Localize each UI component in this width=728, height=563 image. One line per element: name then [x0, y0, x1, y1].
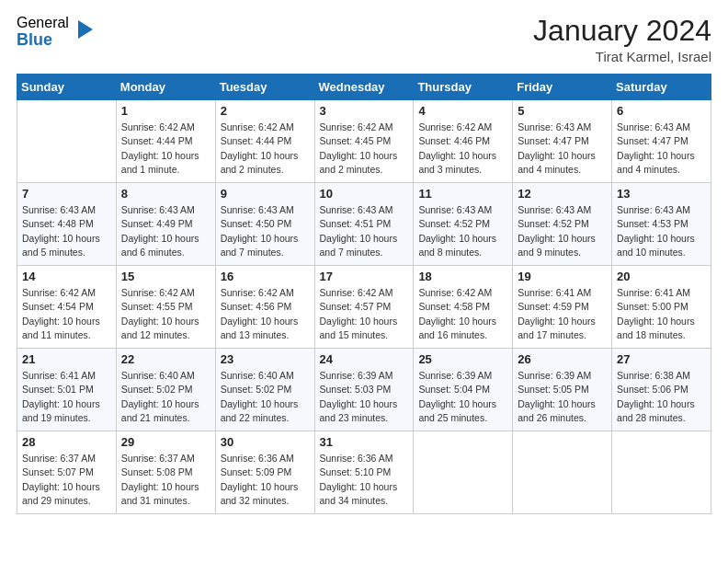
table-row: 24Sunrise: 6:39 AMSunset: 5:03 PMDayligh…: [314, 349, 414, 431]
cell-sun-info: Sunrise: 6:43 AMSunset: 4:52 PMDaylight:…: [418, 203, 507, 259]
cell-day-number: 5: [518, 104, 607, 118]
table-row: 20Sunrise: 6:41 AMSunset: 5:00 PMDayligh…: [612, 266, 711, 349]
table-row: 14Sunrise: 6:42 AMSunset: 4:54 PMDayligh…: [17, 266, 117, 349]
table-row: 28Sunrise: 6:37 AMSunset: 5:07 PMDayligh…: [17, 431, 117, 514]
cell-sun-info: Sunrise: 6:36 AMSunset: 5:09 PMDaylight:…: [221, 452, 310, 508]
table-row: 8Sunrise: 6:43 AMSunset: 4:49 PMDaylight…: [116, 183, 215, 266]
cell-day-number: 31: [320, 435, 409, 449]
cell-day-number: 14: [22, 270, 111, 283]
title-block: January 2024 Tirat Karmel, Israel: [533, 15, 711, 64]
table-row: [513, 431, 612, 514]
table-row: [17, 100, 117, 183]
table-row: [612, 431, 711, 514]
logo-icon: [73, 17, 98, 42]
calendar-page: General Blue January 2024 Tirat Karmel, …: [0, 0, 728, 563]
cell-day-number: 18: [418, 270, 507, 283]
table-row: 21Sunrise: 6:41 AMSunset: 5:01 PMDayligh…: [17, 349, 117, 431]
logo-blue: Blue: [17, 31, 69, 50]
cell-sun-info: Sunrise: 6:41 AMSunset: 4:59 PMDaylight:…: [518, 286, 607, 342]
table-row: 30Sunrise: 6:36 AMSunset: 5:09 PMDayligh…: [215, 431, 314, 514]
col-sunday: Sunday: [17, 75, 117, 100]
table-row: 10Sunrise: 6:43 AMSunset: 4:51 PMDayligh…: [314, 183, 414, 266]
cell-sun-info: Sunrise: 6:42 AMSunset: 4:55 PMDaylight:…: [121, 286, 210, 342]
cell-day-number: 2: [221, 104, 310, 118]
calendar-week-row: 28Sunrise: 6:37 AMSunset: 5:07 PMDayligh…: [17, 431, 711, 514]
col-saturday: Saturday: [612, 75, 711, 100]
cell-day-number: 25: [418, 352, 507, 366]
cell-day-number: 15: [121, 270, 210, 283]
cell-day-number: 28: [22, 435, 111, 449]
cell-sun-info: Sunrise: 6:42 AMSunset: 4:56 PMDaylight:…: [221, 286, 310, 342]
table-row: 3Sunrise: 6:42 AMSunset: 4:45 PMDaylight…: [314, 100, 414, 183]
cell-day-number: 13: [617, 187, 706, 201]
table-row: 9Sunrise: 6:43 AMSunset: 4:50 PMDaylight…: [215, 183, 314, 266]
cell-day-number: 10: [320, 187, 409, 201]
table-row: 15Sunrise: 6:42 AMSunset: 4:55 PMDayligh…: [116, 266, 215, 349]
cell-sun-info: Sunrise: 6:42 AMSunset: 4:46 PMDaylight:…: [418, 121, 507, 177]
cell-day-number: 20: [617, 270, 706, 283]
cell-sun-info: Sunrise: 6:36 AMSunset: 5:10 PMDaylight:…: [320, 452, 409, 508]
cell-day-number: 22: [121, 352, 210, 366]
cell-sun-info: Sunrise: 6:43 AMSunset: 4:51 PMDaylight:…: [320, 203, 409, 259]
table-row: 23Sunrise: 6:40 AMSunset: 5:02 PMDayligh…: [215, 349, 314, 431]
table-row: 19Sunrise: 6:41 AMSunset: 4:59 PMDayligh…: [513, 266, 612, 349]
cell-sun-info: Sunrise: 6:42 AMSunset: 4:57 PMDaylight:…: [320, 286, 409, 342]
table-row: 22Sunrise: 6:40 AMSunset: 5:02 PMDayligh…: [116, 349, 215, 431]
table-row: 2Sunrise: 6:42 AMSunset: 4:44 PMDaylight…: [215, 100, 314, 183]
table-row: 27Sunrise: 6:38 AMSunset: 5:06 PMDayligh…: [612, 349, 711, 431]
cell-sun-info: Sunrise: 6:42 AMSunset: 4:54 PMDaylight:…: [22, 286, 111, 342]
table-row: 5Sunrise: 6:43 AMSunset: 4:47 PMDaylight…: [513, 100, 612, 183]
cell-day-number: 8: [121, 187, 210, 201]
cell-day-number: 27: [617, 352, 706, 366]
cell-sun-info: Sunrise: 6:40 AMSunset: 5:02 PMDaylight:…: [121, 369, 210, 425]
col-wednesday: Wednesday: [314, 75, 414, 100]
cell-sun-info: Sunrise: 6:43 AMSunset: 4:52 PMDaylight:…: [518, 203, 607, 259]
cell-sun-info: Sunrise: 6:42 AMSunset: 4:44 PMDaylight:…: [221, 121, 310, 177]
col-friday: Friday: [513, 75, 612, 100]
cell-day-number: 29: [121, 435, 210, 449]
cell-sun-info: Sunrise: 6:37 AMSunset: 5:07 PMDaylight:…: [22, 452, 111, 508]
table-row: 25Sunrise: 6:39 AMSunset: 5:04 PMDayligh…: [414, 349, 513, 431]
table-row: 7Sunrise: 6:43 AMSunset: 4:48 PMDaylight…: [17, 183, 117, 266]
calendar-week-row: 7Sunrise: 6:43 AMSunset: 4:48 PMDaylight…: [17, 183, 711, 266]
col-thursday: Thursday: [414, 75, 513, 100]
cell-sun-info: Sunrise: 6:40 AMSunset: 5:02 PMDaylight:…: [221, 369, 310, 425]
cell-sun-info: Sunrise: 6:41 AMSunset: 5:01 PMDaylight:…: [22, 369, 111, 425]
cell-sun-info: Sunrise: 6:41 AMSunset: 5:00 PMDaylight:…: [617, 286, 706, 342]
logo-text: General Blue: [17, 15, 69, 49]
table-row: 13Sunrise: 6:43 AMSunset: 4:53 PMDayligh…: [612, 183, 711, 266]
table-row: 11Sunrise: 6:43 AMSunset: 4:52 PMDayligh…: [414, 183, 513, 266]
month-title: January 2024: [533, 15, 711, 47]
cell-day-number: 17: [320, 270, 409, 283]
cell-day-number: 26: [518, 352, 607, 366]
table-row: 29Sunrise: 6:37 AMSunset: 5:08 PMDayligh…: [116, 431, 215, 514]
cell-sun-info: Sunrise: 6:42 AMSunset: 4:58 PMDaylight:…: [418, 286, 507, 342]
calendar-week-row: 14Sunrise: 6:42 AMSunset: 4:54 PMDayligh…: [17, 266, 711, 349]
cell-sun-info: Sunrise: 6:39 AMSunset: 5:04 PMDaylight:…: [418, 369, 507, 425]
cell-sun-info: Sunrise: 6:43 AMSunset: 4:48 PMDaylight:…: [22, 203, 111, 259]
col-tuesday: Tuesday: [215, 75, 314, 100]
cell-day-number: 7: [22, 187, 111, 201]
table-row: 12Sunrise: 6:43 AMSunset: 4:52 PMDayligh…: [513, 183, 612, 266]
table-row: 16Sunrise: 6:42 AMSunset: 4:56 PMDayligh…: [215, 266, 314, 349]
table-row: 31Sunrise: 6:36 AMSunset: 5:10 PMDayligh…: [314, 431, 414, 514]
cell-day-number: 11: [418, 187, 507, 201]
cell-day-number: 21: [22, 352, 111, 366]
col-monday: Monday: [116, 75, 215, 100]
cell-sun-info: Sunrise: 6:39 AMSunset: 5:03 PMDaylight:…: [320, 369, 409, 425]
cell-sun-info: Sunrise: 6:43 AMSunset: 4:53 PMDaylight:…: [617, 203, 706, 259]
cell-day-number: 12: [518, 187, 607, 201]
table-row: [414, 431, 513, 514]
cell-day-number: 19: [518, 270, 607, 283]
table-row: 6Sunrise: 6:43 AMSunset: 4:47 PMDaylight…: [612, 100, 711, 183]
cell-day-number: 6: [617, 104, 706, 118]
cell-day-number: 9: [221, 187, 310, 201]
calendar-week-row: 1Sunrise: 6:42 AMSunset: 4:44 PMDaylight…: [17, 100, 711, 183]
cell-sun-info: Sunrise: 6:43 AMSunset: 4:49 PMDaylight:…: [121, 203, 210, 259]
cell-sun-info: Sunrise: 6:43 AMSunset: 4:47 PMDaylight:…: [617, 121, 706, 177]
table-row: 18Sunrise: 6:42 AMSunset: 4:58 PMDayligh…: [414, 266, 513, 349]
cell-sun-info: Sunrise: 6:42 AMSunset: 4:45 PMDaylight:…: [320, 121, 409, 177]
cell-day-number: 1: [121, 104, 210, 118]
header: General Blue January 2024 Tirat Karmel, …: [17, 15, 711, 64]
svg-marker-0: [78, 20, 93, 39]
